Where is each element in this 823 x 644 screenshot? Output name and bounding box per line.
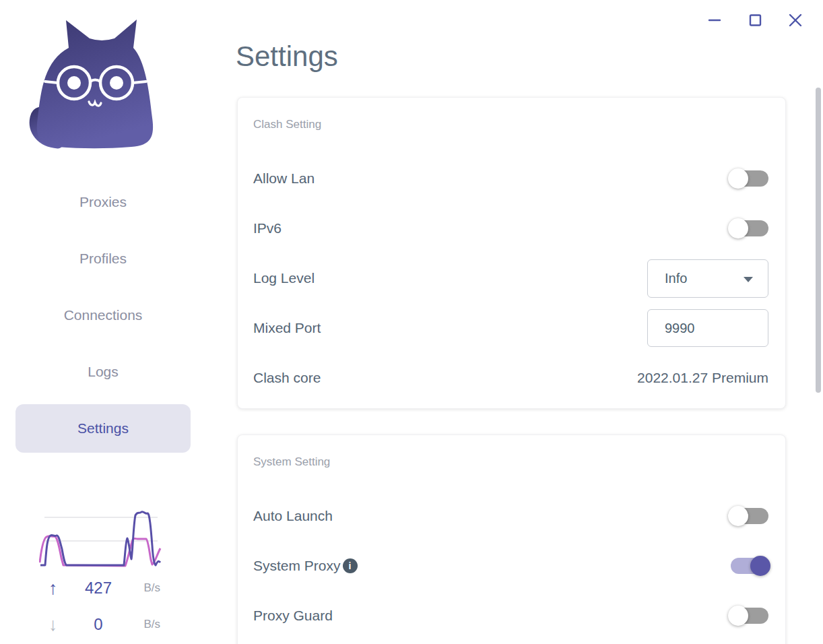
sidebar-item-proxies[interactable]: Proxies: [15, 178, 191, 226]
sidebar-item-profiles[interactable]: Profiles: [15, 234, 191, 283]
clash-setting-card: Clash Setting Allow Lan IPv6 Log Level I…: [237, 97, 786, 409]
download-stat-row: ↓ 0 B/s: [39, 606, 160, 643]
mixed-port-label: Mixed Port: [253, 320, 321, 336]
allow-lan-label: Allow Lan: [253, 170, 315, 187]
clash-cat-logo: [27, 17, 162, 152]
download-speed-unit: B/s: [132, 618, 160, 631]
allow-lan-row: Allow Lan: [253, 154, 768, 203]
section-title-clash-setting: Clash Setting: [253, 118, 768, 131]
system-proxy-label-text: System Proxy: [253, 558, 341, 574]
upload-stat-row: ↑ 427 B/s: [39, 570, 160, 606]
mixed-port-input[interactable]: [647, 309, 768, 347]
toggle-knob: [750, 556, 770, 576]
sidebar-item-connections[interactable]: Connections: [15, 291, 191, 340]
clash-core-row: Clash core 2022.01.27 Premium: [253, 353, 768, 403]
maximize-icon[interactable]: [748, 13, 762, 28]
upload-speed-unit: B/s: [132, 581, 160, 595]
auto-launch-toggle[interactable]: [728, 506, 768, 526]
window-controls: [707, 13, 803, 28]
traffic-sparkline-chart: [39, 507, 162, 567]
sidebar-nav: Proxies Profiles Connections Logs Settin…: [15, 178, 191, 453]
system-proxy-label: System Proxy i: [253, 558, 358, 574]
toggle-knob: [728, 606, 748, 626]
download-arrow-icon: ↓: [39, 616, 65, 634]
log-level-selected-value: Info: [665, 271, 687, 286]
ipv6-toggle[interactable]: [728, 218, 768, 238]
ipv6-row: IPv6: [253, 203, 768, 253]
section-title-system-setting: System Setting: [253, 455, 768, 469]
ipv6-label: IPv6: [253, 220, 282, 236]
traffic-stats: ↑ 427 B/s ↓ 0 B/s: [39, 570, 160, 643]
proxy-guard-row: Proxy Guard: [253, 591, 768, 641]
download-speed-value: 0: [65, 615, 132, 634]
toggle-knob: [728, 168, 748, 189]
sidebar-item-logs[interactable]: Logs: [15, 348, 191, 396]
proxy-guard-toggle[interactable]: [728, 606, 768, 626]
info-icon[interactable]: i: [343, 558, 358, 573]
clash-core-label: Clash core: [253, 370, 321, 386]
app-window: Proxies Profiles Connections Logs Settin…: [0, 0, 823, 644]
proxy-guard-label: Proxy Guard: [253, 608, 333, 624]
upload-arrow-icon: ↑: [39, 579, 65, 598]
system-proxy-toggle[interactable]: [728, 556, 768, 576]
close-icon[interactable]: [788, 13, 803, 28]
sidebar-item-settings[interactable]: Settings: [15, 404, 191, 453]
mixed-port-row: Mixed Port: [253, 303, 768, 353]
log-level-label: Log Level: [253, 270, 315, 286]
clash-core-version: 2022.01.27 Premium: [637, 370, 768, 386]
minimize-icon[interactable]: [707, 13, 722, 28]
auto-launch-label: Auto Launch: [253, 508, 333, 524]
auto-launch-row: Auto Launch: [253, 491, 768, 541]
log-level-row: Log Level Info: [253, 253, 768, 303]
sidebar: Proxies Profiles Connections Logs Settin…: [0, 0, 202, 644]
page-title: Settings: [236, 40, 338, 73]
system-setting-card: System Setting Auto Launch System Proxy …: [237, 434, 786, 644]
scrollbar-thumb[interactable]: [816, 88, 821, 393]
log-level-select[interactable]: Info: [647, 259, 768, 298]
system-proxy-row: System Proxy i: [253, 541, 768, 591]
toggle-knob: [728, 506, 748, 526]
toggle-knob: [728, 218, 748, 238]
allow-lan-toggle[interactable]: [728, 168, 768, 189]
chevron-down-icon: [744, 277, 753, 282]
upload-speed-value: 427: [65, 579, 132, 598]
